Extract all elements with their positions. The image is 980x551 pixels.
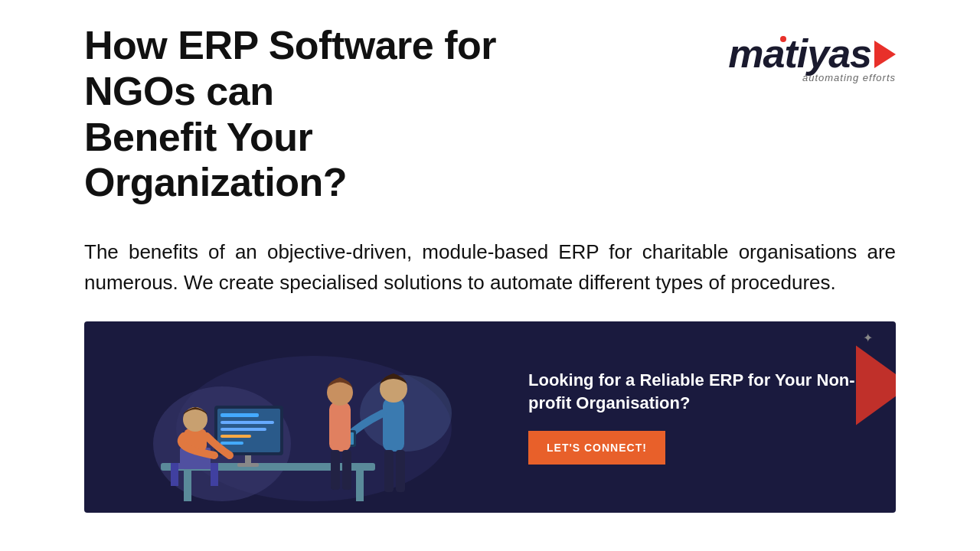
banner-illustration (84, 321, 513, 513)
svg-rect-10 (220, 413, 259, 417)
title-line2: Benefit Your Organization? (84, 115, 347, 205)
logo-text-yas: as (828, 31, 871, 77)
banner: Looking for a Reliable ERP for Your Non-… (84, 321, 896, 513)
cta-area: Looking for a Reliable ERP for Your Non-… (513, 369, 896, 465)
svg-rect-30 (342, 450, 351, 490)
svg-rect-5 (356, 471, 364, 501)
logo-text-mati: matiy (728, 31, 828, 77)
lets-connect-button[interactable]: LET'S CONNECT! (528, 431, 665, 465)
svg-rect-13 (220, 435, 251, 438)
play-button-icon[interactable] (856, 345, 896, 425)
svg-rect-11 (220, 421, 274, 424)
logo: matiyas (728, 31, 896, 77)
svg-rect-18 (211, 463, 218, 486)
body-paragraph: The benefits of an objective-driven, mod… (84, 236, 896, 298)
svg-rect-7 (237, 463, 259, 467)
svg-rect-17 (171, 463, 178, 486)
cta-title: Looking for a Reliable ERP for Your Non-… (528, 369, 865, 414)
svg-rect-23 (384, 450, 394, 492)
star-decoration: ✦ (863, 331, 873, 345)
page-wrapper: How ERP Software for NGOs can Benefit Yo… (0, 0, 980, 551)
svg-rect-12 (220, 428, 266, 431)
header: How ERP Software for NGOs can Benefit Yo… (84, 23, 896, 206)
svg-rect-21 (383, 398, 404, 452)
svg-rect-14 (220, 442, 243, 445)
title-line1: How ERP Software for NGOs can (84, 23, 496, 113)
logo-subtitle: automating efforts (802, 72, 896, 83)
svg-rect-24 (396, 450, 405, 492)
logo-area: matiyas automating efforts (728, 23, 896, 83)
svg-rect-29 (331, 450, 340, 490)
page-title: How ERP Software for NGOs can Benefit Yo… (84, 23, 544, 206)
logo-arrow-icon (874, 41, 896, 68)
svg-rect-4 (184, 471, 191, 501)
svg-rect-27 (329, 402, 351, 452)
